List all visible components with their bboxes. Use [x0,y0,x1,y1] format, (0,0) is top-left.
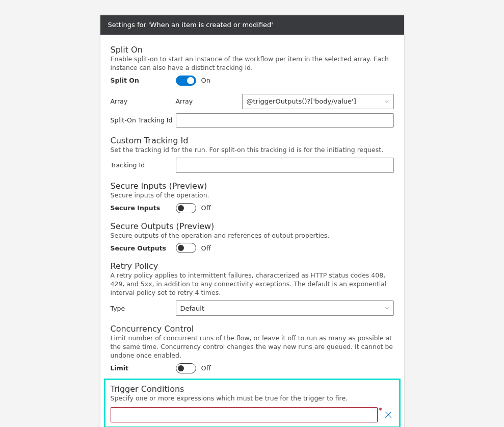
label-secure-inputs: Secure Inputs [111,204,176,212]
panel-title: Settings for 'When an item is created or… [108,21,273,29]
custom-tracking-section: Custom Tracking Id Set the tracking id f… [111,136,394,173]
section-desc-concurrency: Limit number of concurrent runs of the f… [111,334,394,360]
split-on-section: Split On Enable split-on to start an ins… [111,45,394,128]
panel-body: Split On Enable split-on to start an ins… [100,35,404,427]
toggle-knob [178,245,184,251]
required-asterisk: * [379,407,382,414]
section-desc-retry: A retry policy applies to intermittent f… [111,271,394,297]
label-retry-type: Type [111,305,176,312]
secure-inputs-section: Secure Inputs (Preview) Secure inputs of… [111,181,394,213]
toggle-state-split-on: On [201,77,210,84]
trigger-conditions-block: Trigger Conditions Specify one or more e… [104,379,401,427]
toggle-knob [178,365,184,371]
label-tracking-id: Tracking Id [111,161,176,169]
toggle-state-secure-outputs: Off [201,244,211,252]
select-array[interactable]: @triggerOutputs()?['body/value'] [242,94,394,109]
row-retry-type: Type Default [111,300,394,316]
toggle-knob [187,77,194,84]
toggle-track [176,363,196,373]
sublabel-array: Array [176,97,242,105]
section-desc-split-on: Enable split-on to start an instance of … [111,55,394,72]
toggle-track [176,203,196,213]
section-title-secure-outputs: Secure Outputs (Preview) [111,221,394,231]
toggle-state-secure-inputs: Off [201,204,211,212]
row-array: Array Array @triggerOutputs()?['body/val… [111,94,394,109]
section-desc-trigger-conditions: Specify one or more expressions which mu… [111,394,394,403]
toggle-secure-outputs[interactable]: Off [176,243,211,253]
toggle-secure-inputs[interactable]: Off [176,203,211,213]
section-desc-secure-inputs: Secure inputs of the operation. [111,191,394,200]
section-desc-custom-tracking: Set the tracking id for the run. For spl… [111,146,394,155]
row-secure-outputs: Secure Outputs Off [111,243,394,253]
section-title-split-on: Split On [111,45,394,55]
section-title-trigger-conditions: Trigger Conditions [111,384,394,394]
toggle-knob [178,205,184,211]
label-split-on: Split On [111,77,176,84]
toggle-track [176,243,196,253]
row-trigger-condition: * [111,407,394,422]
label-concurrency-limit: Limit [111,364,176,372]
row-tracking-id: Tracking Id [111,158,394,173]
section-title-retry: Retry Policy [111,261,394,271]
toggle-state-concurrency: Off [201,364,211,372]
select-retry-value: Default [180,305,205,312]
secure-outputs-section: Secure Outputs (Preview) Secure outputs … [111,221,394,254]
label-array: Array [111,97,176,105]
row-split-on-toggle: Split On On [111,76,394,86]
input-spliton-tracking[interactable] [176,113,394,128]
section-title-secure-inputs: Secure Inputs (Preview) [111,181,394,191]
section-desc-secure-outputs: Secure outputs of the operation and refe… [111,232,394,240]
label-secure-outputs: Secure Outputs [111,244,176,252]
chevron-down-icon [384,306,389,311]
row-spliton-tracking: Split-On Tracking Id [111,113,394,128]
select-array-value: @triggerOutputs()?['body/value'] [247,97,356,105]
toggle-track [176,76,196,86]
toggle-concurrency-limit[interactable]: Off [176,363,211,373]
input-tracking-id[interactable] [176,158,394,173]
select-retry-type[interactable]: Default [176,300,394,316]
section-title-concurrency: Concurrency Control [111,324,394,334]
concurrency-section: Concurrency Control Limit number of conc… [111,324,394,373]
panel-header: Settings for 'When an item is created or… [100,15,404,35]
remove-icon[interactable] [383,409,394,420]
section-title-custom-tracking: Custom Tracking Id [111,136,394,145]
settings-panel: Settings for 'When an item is created or… [100,15,404,427]
retry-policy-section: Retry Policy A retry policy applies to i… [111,261,394,316]
chevron-down-icon [384,99,389,104]
label-spliton-tracking: Split-On Tracking Id [111,116,176,124]
input-trigger-condition[interactable] [111,407,378,422]
toggle-split-on[interactable]: On [176,76,210,86]
row-secure-inputs: Secure Inputs Off [111,203,394,213]
row-concurrency-limit: Limit Off [111,363,394,373]
